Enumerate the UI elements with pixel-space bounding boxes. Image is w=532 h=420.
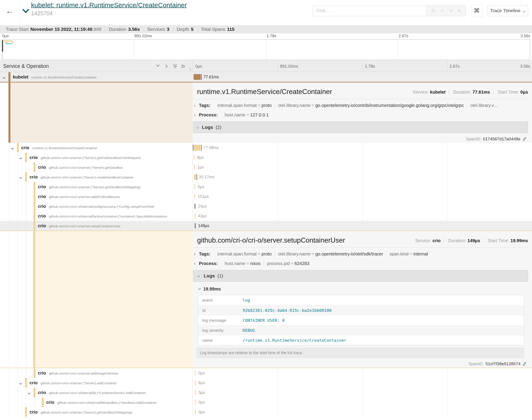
span-service-name: crio bbox=[38, 184, 46, 189]
span-duration-bar[interactable] bbox=[195, 370, 196, 376]
kv-chip: internal.span.format=proto bbox=[214, 252, 275, 256]
chevron-down-icon[interactable] bbox=[11, 147, 14, 150]
span-row-timeline-cell[interactable]: 0μs bbox=[193, 182, 532, 192]
deep-link-icon[interactable] bbox=[522, 137, 527, 141]
span-color-bar bbox=[33, 388, 35, 397]
span-row-timeline-cell[interactable]: 0μs bbox=[193, 368, 532, 378]
span-row[interactable]: criogithub.com/cri-o/cri-o/server.(*Serv… bbox=[0, 162, 532, 172]
span-duration-bar[interactable] bbox=[194, 174, 196, 180]
span-row[interactable]: criogithub.com/cri-o/cri-o/server.addIma… bbox=[0, 368, 532, 378]
chevron-down-icon[interactable] bbox=[2, 76, 6, 80]
chevron-down-icon[interactable] bbox=[19, 382, 22, 386]
span-duration-bar[interactable] bbox=[194, 165, 195, 170]
minimap-canvas[interactable] bbox=[2, 40, 530, 60]
span-row[interactable]: criogithub.com/cri-o/cri-o/server.(*Serv… bbox=[0, 378, 532, 388]
process-row[interactable]: › Process: host.name=nixosprocess.pid=62… bbox=[194, 261, 528, 268]
expand-all-icon[interactable] bbox=[181, 64, 186, 70]
span-row-timeline-cell[interactable]: 77.08ms bbox=[193, 143, 532, 152]
span-row[interactable]: criogithub.com/cri-o/cri-o/server.(*Serv… bbox=[0, 182, 532, 192]
span-row[interactable]: criogithub.com/cri-o/cri-o/server.(*Serv… bbox=[0, 152, 532, 162]
logs-toggle[interactable]: Logs (1) bbox=[193, 270, 528, 282]
span-duration-bar[interactable] bbox=[195, 223, 196, 228]
span-duration-bar[interactable] bbox=[194, 155, 194, 160]
span-row-timeline-cell[interactable]: 0μs bbox=[193, 397, 532, 407]
minimap-scrubber[interactable] bbox=[2, 40, 3, 52]
log-field-row[interactable]: eventlog bbox=[198, 295, 524, 305]
deep-link-icon[interactable] bbox=[522, 362, 527, 366]
log-field-row[interactable]: log.messageCONTAINER USER: 0 bbox=[198, 315, 524, 325]
span-duration-bar[interactable] bbox=[194, 145, 201, 150]
back-arrow-icon[interactable]: ← bbox=[6, 7, 13, 15]
span-row[interactable]: criogithub.com/cri-o/cri-o/internal/lib.… bbox=[0, 388, 532, 397]
span-row-timeline-cell[interactable]: 24μs bbox=[193, 201, 532, 211]
log-field-row[interactable]: id92b82381-025c-4a64-815c-ba2e1bb08100 bbox=[198, 305, 524, 315]
expand-one-icon[interactable] bbox=[165, 64, 168, 70]
span-duration-bar[interactable] bbox=[194, 74, 201, 80]
span-row-timeline-cell[interactable]: 43μs bbox=[193, 211, 532, 221]
log-field-value: /runtime.v1.RuntimeService/CreateContain… bbox=[243, 335, 346, 345]
span-duration-bar[interactable] bbox=[195, 213, 195, 219]
chevron-down-icon[interactable] bbox=[19, 156, 22, 160]
span-duration-bar[interactable] bbox=[195, 390, 196, 395]
span-row-timeline-cell[interactable]: 0μs bbox=[193, 407, 532, 417]
collapse-all-icon[interactable] bbox=[173, 64, 178, 70]
find-input[interactable] bbox=[313, 5, 426, 16]
span-row[interactable]: criogithub.com/cri-o/cri-o/server.setupC… bbox=[0, 221, 532, 231]
span-duration-bar[interactable] bbox=[194, 184, 195, 189]
log-entry-toggle[interactable]: 19.99ms bbox=[198, 286, 221, 292]
span-duration-label: 77.08ms bbox=[203, 143, 219, 152]
span-row-timeline-cell[interactable]: 77.61ms bbox=[193, 72, 532, 82]
span-row[interactable]: criogithub.com/cri-o/cri-o/internal/conf… bbox=[0, 201, 532, 211]
chevron-down-icon[interactable] bbox=[19, 176, 22, 180]
trace-view-selector[interactable]: Trace Timeline bbox=[488, 5, 528, 16]
span-color-bar bbox=[25, 407, 27, 417]
collapse-trace-icon[interactable] bbox=[22, 9, 29, 14]
column-resize-grip[interactable]: || bbox=[189, 67, 191, 71]
trace-title-link[interactable]: kubelet: runtime.v1.RuntimeService/Creat… bbox=[31, 1, 187, 9]
prev-match-icon[interactable] bbox=[440, 9, 444, 12]
span-row-timeline-cell[interactable]: 151μs bbox=[193, 192, 532, 201]
span-duration-label: 3μs bbox=[198, 388, 205, 397]
span-service-name: crio bbox=[46, 400, 54, 405]
next-match-icon[interactable] bbox=[449, 9, 453, 12]
span-duration-bar[interactable] bbox=[195, 204, 195, 209]
span-row[interactable]: crioruntime.v1.RuntimeService/CreateCont… bbox=[0, 143, 532, 152]
span-row-timeline-cell[interactable]: 6μs bbox=[193, 378, 532, 388]
focus-match-icon[interactable] bbox=[431, 8, 436, 13]
span-duration-bar[interactable] bbox=[194, 194, 195, 199]
span-row[interactable]: criogithub.com/cri-o/cri-o/internal/fact… bbox=[0, 211, 532, 221]
span-row[interactable]: kubeletruntime.v1.RuntimeService/CreateC… bbox=[0, 72, 532, 82]
span-row[interactable]: criogithub.com/cri-o/cri-o/server.(*Serv… bbox=[0, 407, 532, 417]
span-row-name-cell: kubeletruntime.v1.RuntimeService/CreateC… bbox=[0, 72, 193, 82]
log-field-row[interactable]: name/runtime.v1.RuntimeService/CreateCon… bbox=[198, 335, 524, 345]
span-row-timeline-cell[interactable]: 20.17ms bbox=[193, 172, 532, 182]
tags-row[interactable]: › Tags: internal.span.format=protootel.l… bbox=[194, 103, 528, 110]
span-row[interactable]: criogithub.com/cri-o/cri-o/server.addOCI… bbox=[0, 192, 532, 201]
span-duration-label: 0μs bbox=[198, 407, 205, 417]
keyboard-shortcuts-button[interactable]: ⌘ bbox=[471, 4, 482, 17]
clear-search-icon[interactable]: × bbox=[458, 7, 461, 14]
app-header: ← kubelet: runtime.v1.RuntimeService/Cre… bbox=[0, 0, 532, 25]
span-row[interactable]: criogithub.com/cri-o/cri-o/internal/lib/… bbox=[0, 397, 532, 407]
span-duration-bar[interactable] bbox=[195, 409, 196, 415]
collapse-one-icon[interactable] bbox=[155, 64, 160, 68]
span-row-timeline-cell[interactable]: 149μs bbox=[193, 221, 532, 231]
tree-guide bbox=[17, 231, 18, 368]
chevron-down-icon[interactable] bbox=[28, 391, 31, 395]
log-field-row[interactable]: log.severityDEBUG bbox=[198, 325, 524, 335]
span-detail-meta: Service: kubelet Duration: 77.61ms Start… bbox=[410, 90, 528, 95]
span-row-timeline-cell[interactable]: 8μs bbox=[193, 152, 532, 162]
span-duration-bar[interactable] bbox=[195, 380, 196, 385]
trace-minimap: 0μs 891.02ms 1.78s 2.67s 3.56s bbox=[0, 33, 532, 60]
logs-toggle[interactable]: › Logs (2) bbox=[193, 121, 528, 133]
span-row-timeline-cell[interactable]: 1μs bbox=[193, 162, 532, 172]
span-row[interactable]: criogithub.com/cri-o/cri-o/server.(*Serv… bbox=[0, 172, 532, 182]
tags-row[interactable]: › Tags: internal.span.format=protootel.l… bbox=[194, 252, 528, 258]
span-row-timeline-cell[interactable]: 3μs bbox=[193, 388, 532, 397]
header-controls: × ⌘ Trace Timeline bbox=[313, 5, 528, 16]
log-marker bbox=[201, 74, 202, 80]
process-row[interactable]: › Process: host.name=127.0.0.1 bbox=[194, 112, 528, 120]
log-marker bbox=[193, 145, 193, 151]
span-duration-bar[interactable] bbox=[195, 400, 196, 405]
span-operation-name: github.com/cri-o/cri-o/server.(*Server).… bbox=[41, 381, 117, 385]
